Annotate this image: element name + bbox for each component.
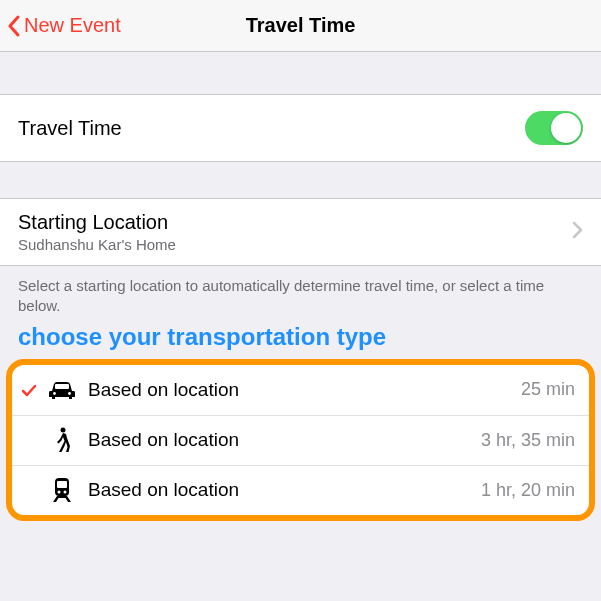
svg-point-1 [68,392,71,395]
svg-point-3 [61,428,66,433]
walk-icon [42,427,82,453]
transport-row-walk[interactable]: Based on location 3 hr, 35 min [12,415,589,465]
travel-time-toggle[interactable] [525,111,583,145]
navbar: New Event Travel Time [0,0,601,52]
transport-row-car[interactable]: Based on location 25 min [12,365,589,415]
svg-point-7 [64,491,67,494]
starting-location-title: Starting Location [18,211,571,234]
footer-note: Select a starting location to automatica… [0,266,601,321]
svg-point-0 [53,392,56,395]
train-icon [42,477,82,503]
checkmark-icon [16,382,42,398]
transport-label: Based on location [82,429,481,451]
back-label: New Event [24,14,121,37]
transport-time: 25 min [521,379,581,400]
starting-location-detail: Sudhanshu Kar's Home [18,236,571,253]
transport-options: Based on location 25 min Based on locati… [6,359,595,521]
spacer [0,162,601,198]
starting-location-row[interactable]: Starting Location Sudhanshu Kar's Home [0,198,601,266]
back-button[interactable]: New Event [0,14,121,38]
car-icon [42,379,82,401]
chevron-right-icon [571,221,583,243]
transport-time: 1 hr, 20 min [481,480,589,501]
annotation-label: choose your transportation type [0,321,601,359]
travel-time-toggle-row[interactable]: Travel Time [0,94,601,162]
transport-row-train[interactable]: Based on location 1 hr, 20 min [12,465,589,515]
svg-rect-5 [57,481,67,488]
toggle-label: Travel Time [18,117,525,140]
toggle-knob [551,113,581,143]
chevron-left-icon [6,14,22,38]
transport-label: Based on location [82,379,521,401]
svg-rect-2 [55,384,69,389]
transport-time: 3 hr, 35 min [481,430,589,451]
spacer [0,52,601,94]
svg-point-6 [58,491,61,494]
transport-label: Based on location [82,479,481,501]
